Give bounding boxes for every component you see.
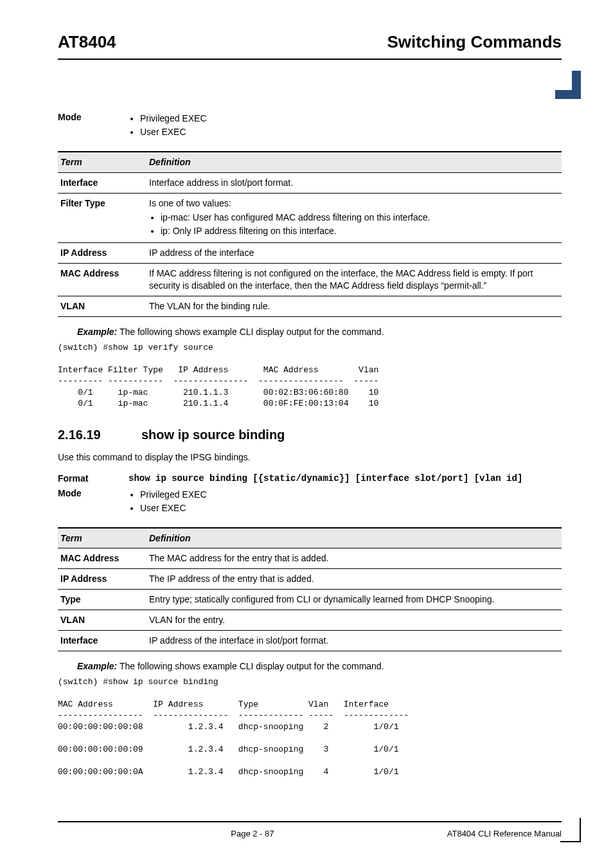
term-cell: MAC Address [58,548,147,569]
format-label: Format [58,473,129,485]
manual-title: AT8404 CLI Reference Manual [447,829,562,838]
th-definition: Definition [147,152,562,172]
cli-output-2: (switch) #show ip source binding MAC Add… [58,676,562,778]
def-cell: The MAC address for the entry that is ad… [147,548,562,569]
example-text: The following shows example CLI display … [117,327,384,337]
th-term: Term [58,528,147,548]
term-cell: VLAN [58,610,147,631]
def-cell: Is one of two values: ip-mac: User has c… [147,193,562,243]
mode-values-2: Privileged EXEC User EXEC [129,487,207,516]
mode-item: User EXEC [140,126,207,138]
mode-item: Privileged EXEC [140,113,207,125]
mode-label: Mode [58,111,129,140]
header-left: AT8404 [58,32,116,52]
term-cell: MAC Address [58,264,147,296]
mode-item: Privileged EXEC [140,489,207,501]
def-intro: Is one of two values: [149,198,231,208]
def-bullet: ip: Only IP address filtering on this in… [161,225,559,237]
term-cell: Interface [58,172,147,193]
section-title: show ip source binding [141,428,285,442]
mode-values: Privileged EXEC User EXEC [129,111,207,140]
example-1: Example: The following shows example CLI… [77,326,562,338]
cli-output-1: (switch) #show ip verify source Interfac… [58,342,562,410]
def-bullet: ip-mac: User has configured MAC address … [161,212,559,224]
section-body: Use this command to display the IPSG bin… [58,451,562,464]
page-number: Page 2 - 87 [58,829,447,838]
table-row: MAC Address The MAC address for the entr… [58,548,562,569]
format-row: Format show ip source binding [{static/d… [58,473,562,485]
def-cell: IP address of the interface in slot/port… [147,630,562,651]
section-number: 2.16.19 [58,426,141,444]
def-cell: VLAN for the entry. [147,610,562,631]
table-row: VLAN The VLAN for the binding rule. [58,296,562,316]
def-cell: IP address of the interface [147,243,562,264]
example-label: Example: [77,661,117,671]
table-row: VLAN VLAN for the entry. [58,610,562,631]
th-term: Term [58,152,147,172]
format-command: show ip source binding [{static/dynamic}… [129,473,522,485]
table-row: IP Address The IP address of the entry t… [58,569,562,590]
table-row: Interface IP address of the interface in… [58,630,562,651]
table-row: Type Entry type; statically configured f… [58,590,562,610]
def-cell: The VLAN for the binding rule. [147,296,562,316]
mode-label-2: Mode [58,487,129,516]
term-cell: Interface [58,630,147,651]
def-cell: The IP address of the entry that is adde… [147,569,562,590]
term-cell: Filter Type [58,193,147,243]
term-cell: VLAN [58,296,147,316]
example-label: Example: [77,327,117,337]
header-rule [58,59,562,60]
table-row: Interface Interface address in slot/port… [58,172,562,193]
corner-mark-icon [555,71,581,99]
term-cell: Type [58,590,147,610]
example-2: Example: The following shows example CLI… [77,660,562,673]
mode-row-2: Mode Privileged EXEC User EXEC [58,487,562,516]
def-cell: Interface address in slot/port format. [147,172,562,193]
footer-corner-icon [560,818,581,842]
definition-table-2: Term Definition MAC Address The MAC addr… [58,527,562,651]
footer-rule [58,821,562,822]
table-row: Filter Type Is one of two values: ip-mac… [58,193,562,243]
example-text: The following shows example CLI display … [117,661,384,671]
table-row: IP Address IP address of the interface [58,243,562,264]
header-right: Switching Commands [387,32,562,52]
footer: Page 2 - 87 AT8404 CLI Reference Manual [58,821,562,838]
mode-row: Mode Privileged EXEC User EXEC [58,111,562,140]
section-heading: 2.16.19show ip source binding [58,426,562,444]
term-cell: IP Address [58,569,147,590]
definition-table-1: Term Definition Interface Interface addr… [58,151,562,317]
mode-item: User EXEC [140,502,207,514]
term-cell: IP Address [58,243,147,264]
table-row: MAC Address If MAC address filtering is … [58,264,562,296]
th-definition: Definition [147,528,562,548]
def-cell: If MAC address filtering is not configur… [147,264,562,296]
def-cell: Entry type; statically configured from C… [147,590,562,610]
